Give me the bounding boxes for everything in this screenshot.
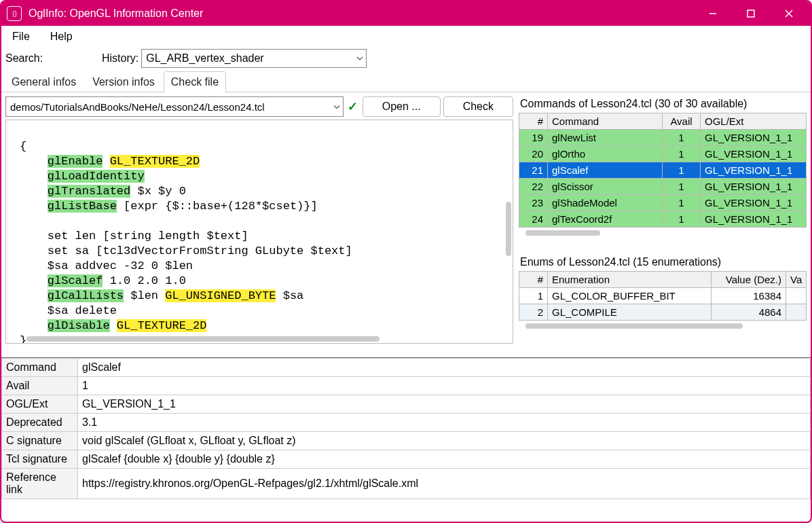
- history-value: GL_ARB_vertex_shader: [146, 52, 263, 65]
- tab-version[interactable]: Version infos: [85, 71, 162, 92]
- cell-cmd: glOrtho: [548, 146, 663, 162]
- cell-num: 1: [519, 288, 548, 304]
- col-ogl[interactable]: OGL/Ext: [701, 113, 807, 130]
- detail-val-deprecated: 3.1: [78, 414, 811, 432]
- cell-cmd: glTexCoord2f: [548, 211, 663, 228]
- cell-val: 4864: [712, 304, 786, 321]
- open-button[interactable]: Open ...: [363, 96, 441, 117]
- code-cmd: glDisable: [48, 319, 110, 332]
- detail-val-avail: 1: [78, 377, 811, 395]
- history-combo[interactable]: GL_ARB_vertex_shader: [141, 49, 367, 68]
- detail-key-command: Command: [2, 359, 78, 377]
- app-window: { } OglInfo: OpenGL Information Center F…: [0, 0, 812, 523]
- cell-avail: 1: [663, 146, 701, 162]
- commands-title: Commands of Lesson24.tcl (30 of 30 avail…: [519, 96, 807, 113]
- cell-enum: GL_COLOR_BUFFER_BIT: [548, 288, 712, 304]
- code-cmd: glLoadIdentity: [48, 170, 145, 183]
- cell-ogl: GL_VERSION_1_1: [701, 179, 807, 195]
- table-row[interactable]: 20glOrtho1GL_VERSION_1_1: [519, 146, 807, 162]
- menu-file[interactable]: File: [8, 28, 34, 46]
- col-num[interactable]: #: [519, 113, 548, 130]
- menu-help[interactable]: Help: [46, 28, 77, 46]
- tab-general[interactable]: General infos: [4, 71, 84, 92]
- cell-cmd: glScalef: [548, 162, 663, 179]
- menubar: File Help: [1, 26, 811, 48]
- table-row[interactable]: 21glScalef1GL_VERSION_1_1: [519, 162, 807, 179]
- code-enum: GL_UNSIGNED_BYTE: [165, 289, 276, 302]
- window-title: OglInfo: OpenGL Information Center: [29, 7, 694, 20]
- table-row[interactable]: 22glScissor1GL_VERSION_1_1: [519, 179, 807, 195]
- cell-extra: [786, 304, 807, 321]
- scrollbar-horizontal[interactable]: [525, 230, 600, 236]
- detail-val-command: glScalef: [78, 359, 811, 377]
- table-row[interactable]: 2GL_COMPILE4864: [519, 304, 807, 321]
- table-row[interactable]: 1GL_COLOR_BUFFER_BIT16384: [519, 288, 807, 304]
- svg-rect-1: [748, 10, 754, 17]
- col-avail[interactable]: Avail: [663, 113, 701, 130]
- col-val[interactable]: Value (Dez.): [712, 272, 786, 288]
- code-line: }: [20, 334, 26, 344]
- scrollbar-horizontal[interactable]: [26, 336, 380, 342]
- details-panel: Command glScalef Avail 1 OGL/Ext GL_VERS…: [1, 357, 811, 499]
- cell-num: 21: [519, 162, 548, 179]
- col-extra[interactable]: Va: [786, 272, 807, 288]
- left-column: demos/TutorialsAndBooks/NeHe/Lesson24/Le…: [5, 96, 513, 344]
- file-path-combo[interactable]: demos/TutorialsAndBooks/NeHe/Lesson24/Le…: [5, 96, 344, 117]
- col-cmd[interactable]: Command: [548, 113, 663, 130]
- code-cmd: glScalef: [48, 274, 103, 287]
- code-cmd: glTranslated: [48, 185, 130, 198]
- cell-cmd: glShadeModel: [548, 195, 663, 211]
- right-column: Commands of Lesson24.tcl (30 of 30 avail…: [519, 96, 807, 344]
- table-row[interactable]: 24glTexCoord2f1GL_VERSION_1_1: [519, 211, 807, 228]
- minimize-button[interactable]: [694, 1, 732, 26]
- close-button[interactable]: [770, 1, 808, 26]
- code-line: $sa delete: [48, 304, 117, 317]
- detail-key-deprecated: Deprecated: [2, 414, 78, 432]
- check-button[interactable]: Check: [443, 96, 513, 117]
- cell-extra: [786, 288, 807, 304]
- enums-table[interactable]: # Enumeration Value (Dez.) Va 1GL_COLOR_…: [519, 271, 807, 321]
- chevron-down-icon: [356, 52, 363, 65]
- col-num[interactable]: #: [519, 272, 548, 288]
- cell-cmd: glScissor: [548, 179, 663, 195]
- search-label: Search:: [5, 52, 48, 65]
- col-enum[interactable]: Enumeration: [548, 272, 712, 288]
- code-line: $sa: [276, 289, 303, 302]
- code-cmd: glListBase: [48, 200, 117, 213]
- table-row[interactable]: 23glShadeModel1GL_VERSION_1_1: [519, 195, 807, 211]
- code-line: $x $y 0: [130, 185, 186, 198]
- code-line: 1.0 2.0 1.0: [103, 274, 185, 287]
- detail-val-tclsig: glScalef {double x} {double y} {double z…: [78, 450, 811, 469]
- detail-val-reflink[interactable]: https://registry.khronos.org/OpenGL-Refp…: [78, 469, 811, 499]
- detail-key-tclsig: Tcl signature: [2, 450, 78, 469]
- maximize-button[interactable]: [732, 1, 770, 26]
- cell-ogl: GL_VERSION_1_1: [701, 146, 807, 162]
- cell-num: 24: [519, 211, 548, 228]
- cell-avail: 1: [663, 211, 701, 228]
- tab-check-file[interactable]: Check file: [164, 71, 226, 92]
- code-viewer[interactable]: { glEnable GL_TEXTURE_2D glLoadIdentity …: [5, 120, 513, 344]
- cell-num: 23: [519, 195, 548, 211]
- code-line: $sa addvec -32 0 $len: [48, 259, 193, 272]
- scrollbar-horizontal[interactable]: [525, 323, 743, 329]
- cell-num: 2: [519, 304, 548, 321]
- detail-key-avail: Avail: [2, 377, 78, 395]
- code-enum: GL_TEXTURE_2D: [110, 155, 200, 168]
- cell-avail: 1: [663, 179, 701, 195]
- code-enum: GL_TEXTURE_2D: [117, 319, 207, 332]
- detail-val-csig: void glScalef (GLfloat x, GLfloat y, GLf…: [78, 432, 811, 450]
- code-line: [expr {$::base+(128*$cset)}]: [117, 200, 318, 213]
- commands-table[interactable]: # Command Avail OGL/Ext 19glNewList1GL_V…: [519, 113, 807, 228]
- scrollbar-vertical[interactable]: [506, 202, 511, 256]
- app-icon: { }: [7, 6, 22, 21]
- cell-avail: 1: [663, 130, 701, 146]
- code-cmd: glEnable: [48, 155, 103, 168]
- cell-enum: GL_COMPILE: [548, 304, 712, 321]
- cell-ogl: GL_VERSION_1_1: [701, 195, 807, 211]
- detail-key-ogl: OGL/Ext: [2, 395, 78, 414]
- cell-ogl: GL_VERSION_1_1: [701, 211, 807, 228]
- enums-panel: Enums of Lesson24.tcl (15 enumerations) …: [519, 255, 807, 321]
- cell-val: 16384: [712, 288, 786, 304]
- table-row[interactable]: 19glNewList1GL_VERSION_1_1: [519, 130, 807, 146]
- content-area: demos/TutorialsAndBooks/NeHe/Lesson24/Le…: [1, 92, 811, 522]
